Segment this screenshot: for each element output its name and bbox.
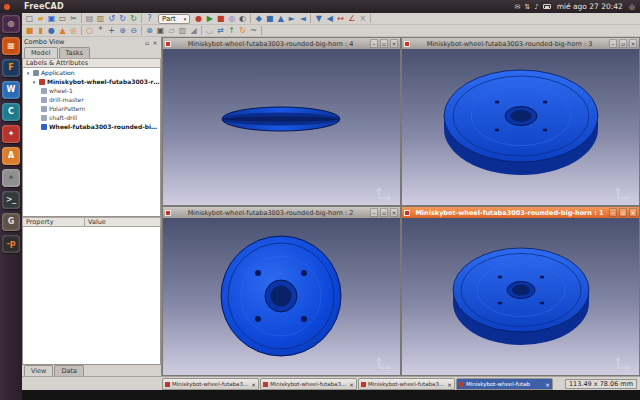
- part-sphere-icon[interactable]: ●: [46, 25, 57, 36]
- battery-indicator[interactable]: [543, 4, 551, 9]
- maximize-icon[interactable]: ▫: [380, 208, 388, 217]
- section-icon[interactable]: ▱: [166, 25, 177, 36]
- launcher-item-libreoffice-calc[interactable]: C: [2, 103, 20, 121]
- copy-icon[interactable]: ▤: [84, 13, 95, 24]
- window-tab-3[interactable]: Miniskybot-wheel-futaba3003-rounded-big-…: [358, 378, 455, 390]
- tab-data[interactable]: Data: [54, 365, 84, 376]
- close-tab-icon[interactable]: ×: [545, 381, 550, 388]
- fit-all-icon[interactable]: ◎: [226, 13, 237, 24]
- viewport-4[interactable]: [163, 49, 400, 205]
- tree-item-wheel-1[interactable]: wheel-1: [23, 86, 160, 95]
- view-front-icon[interactable]: ■: [264, 13, 275, 24]
- sweep-icon[interactable]: ~: [248, 25, 259, 36]
- part-torus-icon[interactable]: ◎: [68, 25, 79, 36]
- view-bottom-icon[interactable]: ▼: [313, 13, 324, 24]
- chamfer-icon[interactable]: ◢: [188, 25, 199, 36]
- launcher-item-gimp[interactable]: G: [2, 213, 20, 231]
- maximize-icon[interactable]: ▫: [619, 39, 627, 48]
- window-tab-2[interactable]: Miniskybot-wheel-futaba3003-rounded-big-…: [260, 378, 357, 390]
- window-tab-4[interactable]: Miniskybot-wheel-futab×: [456, 378, 553, 390]
- minimize-icon[interactable]: –: [370, 39, 378, 48]
- cross-sections-icon[interactable]: ▨: [177, 25, 188, 36]
- launcher-item-firefox[interactable]: F: [2, 59, 20, 77]
- view-top-icon[interactable]: ▲: [275, 13, 286, 24]
- boolean-union-icon[interactable]: ⊕: [117, 25, 128, 36]
- viewport-3[interactable]: [402, 49, 639, 205]
- shape-builder-icon[interactable]: +: [106, 25, 117, 36]
- tab-view[interactable]: View: [24, 365, 53, 376]
- redo-icon[interactable]: ↻: [117, 13, 128, 24]
- macro-stop-icon[interactable]: ■: [215, 13, 226, 24]
- close-icon[interactable]: ×: [390, 39, 398, 48]
- tree-item-drill-master[interactable]: drill-master: [23, 95, 160, 104]
- combo-view-titlebar[interactable]: Combo View ▫ ×: [22, 37, 161, 47]
- macro-execute-icon[interactable]: ▶: [204, 13, 215, 24]
- tree-item-shaft-drill[interactable]: shaft-drill: [23, 113, 160, 122]
- measure-angle-icon[interactable]: ∠: [346, 13, 357, 24]
- session-indicator[interactable]: ◎: [629, 3, 635, 11]
- messages-indicator[interactable]: ✉: [514, 3, 520, 11]
- paste-icon[interactable]: ▥: [95, 13, 106, 24]
- new-document-icon[interactable]: ▢: [24, 13, 35, 24]
- part-cone-icon[interactable]: ▲: [57, 25, 68, 36]
- launcher-item-libreoffice-writer[interactable]: W: [2, 81, 20, 99]
- minimize-icon[interactable]: –: [609, 39, 617, 48]
- launcher-item-files[interactable]: ▦: [2, 37, 20, 55]
- viewport-2[interactable]: [163, 218, 400, 375]
- close-tab-icon[interactable]: ×: [349, 381, 354, 388]
- window-tab-1[interactable]: Miniskybot-wheel-futaba3003-rounded-big-…: [162, 378, 259, 390]
- save-document-icon[interactable]: ▣: [46, 13, 57, 24]
- open-document-icon[interactable]: ▰: [35, 13, 46, 24]
- extrude-icon[interactable]: ↑: [226, 25, 237, 36]
- tree-item-wheel-futaba3003-rounded-big-horn[interactable]: Wheel-futaba3003-rounded-big-horn: [23, 122, 160, 131]
- whats-this-icon[interactable]: ?: [144, 13, 155, 24]
- subwindow-4-titlebar[interactable]: Miniskybot-wheel-futaba3003-rounded-big-…: [163, 38, 400, 49]
- tab-tasks[interactable]: Tasks: [59, 47, 90, 58]
- print-icon[interactable]: ▭: [57, 13, 68, 24]
- clear-measurement-icon[interactable]: ×: [357, 13, 368, 24]
- part-box-icon[interactable]: ■: [24, 25, 35, 36]
- launcher-item-dash-home[interactable]: ◎: [2, 15, 20, 33]
- view-rear-icon[interactable]: ◄: [297, 13, 308, 24]
- mirror-icon[interactable]: ⇄: [215, 25, 226, 36]
- cut-icon[interactable]: ✂: [68, 13, 79, 24]
- subwindow-3-titlebar[interactable]: Miniskybot-wheel-futaba3003-rounded-big-…: [402, 38, 639, 49]
- viewport-1[interactable]: [402, 218, 639, 375]
- maximize-icon[interactable]: ▫: [380, 39, 388, 48]
- close-icon[interactable]: ×: [629, 208, 637, 217]
- minimize-icon[interactable]: –: [370, 208, 378, 217]
- launcher-item-terminal[interactable]: >_: [2, 191, 20, 209]
- clock-indicator[interactable]: mié ago 27 20:42: [557, 2, 623, 11]
- fillet-icon[interactable]: ◡: [204, 25, 215, 36]
- close-icon[interactable]: ×: [390, 208, 398, 217]
- tab-model[interactable]: Model: [24, 47, 58, 58]
- make-compound-icon[interactable]: ▣: [155, 25, 166, 36]
- workbench-selector[interactable]: Part ▾: [158, 14, 190, 24]
- panel-float-icon[interactable]: ▫: [143, 39, 151, 46]
- close-icon[interactable]: ×: [629, 39, 637, 48]
- launcher-item-software-center[interactable]: A: [2, 147, 20, 165]
- launcher-item-system-settings[interactable]: ✦: [2, 169, 20, 187]
- tree-item-document[interactable]: ▾ Miniskybot-wheel-futaba3003-rounded-bi…: [23, 77, 160, 86]
- boolean-cut-icon[interactable]: ⊖: [128, 25, 139, 36]
- property-editor[interactable]: [22, 227, 161, 365]
- tree-item-application[interactable]: ▾ Application: [23, 68, 160, 77]
- network-indicator[interactable]: ⇅: [524, 3, 530, 11]
- sound-indicator[interactable]: ♪: [534, 3, 538, 11]
- view-right-icon[interactable]: ►: [286, 13, 297, 24]
- launcher-item-freecad[interactable]: ✦: [2, 125, 20, 143]
- close-tab-icon[interactable]: ×: [447, 381, 452, 388]
- macro-record-icon[interactable]: ●: [193, 13, 204, 24]
- tree-item-polarpattern[interactable]: PolarPattern: [23, 104, 160, 113]
- expander-icon[interactable]: ▾: [31, 79, 37, 85]
- ubuntu-logo-icon[interactable]: [4, 4, 10, 10]
- view-left-icon[interactable]: ◀: [324, 13, 335, 24]
- view-isometric-icon[interactable]: ◆: [253, 13, 264, 24]
- expander-icon[interactable]: ▾: [25, 70, 31, 76]
- part-cylinder-icon[interactable]: ▮: [35, 25, 46, 36]
- subwindow-2-titlebar[interactable]: Miniskybot-wheel-futaba3003-rounded-big-…: [163, 207, 400, 218]
- panel-close-icon[interactable]: ×: [151, 39, 159, 46]
- minimize-icon[interactable]: –: [609, 208, 617, 217]
- create-primitives-icon[interactable]: *: [95, 25, 106, 36]
- part-tube-icon[interactable]: ○: [84, 25, 95, 36]
